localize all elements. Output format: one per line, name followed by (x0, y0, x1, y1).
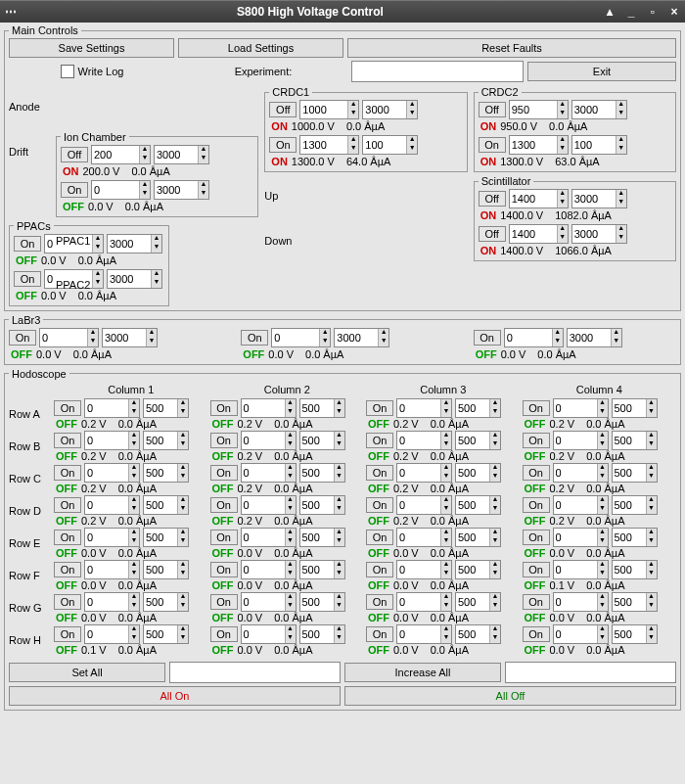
all-off-button[interactable]: All Off (344, 686, 676, 706)
spin-down-icon[interactable]: ▼ (598, 602, 608, 611)
spinner-input[interactable] (85, 626, 128, 642)
hodo-C-1-toggle[interactable]: On (54, 465, 81, 481)
spinner-input[interactable] (85, 433, 128, 448)
spin-down-icon[interactable]: ▼ (147, 338, 157, 346)
spin-down-icon[interactable]: ▼ (129, 570, 139, 578)
hodo-H-4-toggle[interactable]: On (523, 626, 550, 642)
spinner-input[interactable] (554, 626, 597, 642)
hodo-E-3-toggle[interactable]: On (366, 530, 393, 545)
spinner-input[interactable] (300, 400, 334, 416)
spin-down-icon[interactable]: ▼ (286, 473, 296, 482)
spinner-input[interactable] (568, 330, 611, 346)
ion-drift-toggle[interactable]: On (61, 182, 88, 198)
spin-down-icon[interactable]: ▼ (286, 537, 296, 546)
hodo-F-3-toggle[interactable]: On (366, 562, 393, 577)
spin-down-icon[interactable]: ▼ (441, 440, 451, 449)
set-all-button[interactable]: Set All (9, 663, 165, 682)
spinner-input[interactable] (144, 497, 177, 513)
spinner-input[interactable] (456, 433, 489, 448)
spinner-input[interactable] (144, 594, 177, 610)
spinner-input[interactable] (242, 465, 285, 481)
spinner-input[interactable] (572, 191, 616, 207)
spinner-input[interactable] (85, 400, 128, 416)
spinner-input[interactable] (397, 465, 440, 481)
spin-down-icon[interactable]: ▼ (129, 537, 139, 546)
minimize-icon[interactable]: _ (624, 5, 638, 19)
spin-down-icon[interactable]: ▼ (348, 145, 358, 154)
spinner-input[interactable] (242, 433, 285, 448)
spin-down-icon[interactable]: ▼ (286, 505, 296, 514)
spinner-input[interactable] (554, 562, 597, 577)
spinner-input[interactable] (505, 330, 552, 346)
spinner-input[interactable] (456, 594, 489, 610)
spin-down-icon[interactable]: ▼ (335, 408, 344, 417)
spin-down-icon[interactable]: ▼ (129, 473, 139, 482)
hodo-G-3-toggle[interactable]: On (366, 594, 393, 610)
spinner-input[interactable] (85, 497, 128, 513)
ion-anode-toggle[interactable]: Off (61, 147, 88, 162)
close-icon[interactable]: × (667, 5, 681, 19)
hodo-B-4-toggle[interactable]: On (523, 433, 550, 448)
scint-up-toggle[interactable]: Off (479, 191, 506, 207)
spin-down-icon[interactable]: ▼ (558, 199, 568, 208)
spinner-input[interactable] (397, 433, 440, 448)
maximize-icon[interactable]: ▫ (646, 5, 660, 19)
spin-down-icon[interactable]: ▼ (335, 570, 344, 578)
spinner-input[interactable] (85, 594, 128, 610)
spin-down-icon[interactable]: ▼ (490, 602, 500, 611)
spinner-input[interactable] (510, 226, 557, 242)
hodo-D-3-toggle[interactable]: On (366, 497, 393, 513)
spin-down-icon[interactable]: ▼ (286, 440, 296, 449)
spin-down-icon[interactable]: ▼ (407, 145, 417, 154)
spinner-input[interactable] (300, 562, 334, 577)
spin-down-icon[interactable]: ▼ (598, 537, 608, 546)
spinner-input[interactable] (613, 433, 646, 448)
spinner-input[interactable] (103, 330, 146, 346)
hodo-H-1-toggle[interactable]: On (54, 626, 81, 642)
spin-down-icon[interactable]: ▼ (647, 537, 657, 546)
spin-down-icon[interactable]: ▼ (558, 145, 568, 154)
spinner-input[interactable] (397, 530, 440, 545)
spinner-input[interactable] (613, 562, 646, 577)
spin-down-icon[interactable]: ▼ (598, 634, 608, 643)
spin-down-icon[interactable]: ▼ (441, 473, 451, 482)
spin-down-icon[interactable]: ▼ (335, 634, 344, 643)
spinner-input[interactable] (363, 102, 406, 117)
spin-down-icon[interactable]: ▼ (598, 440, 608, 449)
spin-down-icon[interactable]: ▼ (335, 473, 344, 482)
spinner-input[interactable] (300, 594, 334, 610)
rollup-icon[interactable]: ▴ (603, 5, 616, 19)
spinner-input[interactable] (613, 465, 646, 481)
experiment-input[interactable] (351, 61, 524, 82)
spin-down-icon[interactable]: ▼ (490, 570, 500, 578)
spinner-input[interactable] (456, 497, 489, 513)
crdc1-anode-toggle[interactable]: Off (269, 102, 297, 117)
spinner-input[interactable] (613, 626, 646, 642)
spin-down-icon[interactable]: ▼ (286, 570, 296, 578)
spinner-input[interactable] (40, 330, 87, 346)
spin-down-icon[interactable]: ▼ (598, 473, 608, 482)
spinner-input[interactable] (155, 182, 198, 198)
spin-down-icon[interactable]: ▼ (647, 505, 657, 514)
spinner-input[interactable] (144, 465, 177, 481)
spinner-input[interactable] (510, 137, 557, 153)
spinner-input[interactable] (242, 594, 285, 610)
spinner-input[interactable] (85, 562, 128, 577)
spinner-input[interactable] (613, 497, 646, 513)
spin-down-icon[interactable]: ▼ (286, 602, 296, 611)
spinner-input[interactable] (554, 497, 597, 513)
spin-down-icon[interactable]: ▼ (616, 145, 626, 154)
spin-down-icon[interactable]: ▼ (140, 190, 150, 199)
spin-down-icon[interactable]: ▼ (178, 440, 188, 449)
spin-down-icon[interactable]: ▼ (441, 634, 451, 643)
hodo-D-1-toggle[interactable]: On (54, 497, 81, 513)
spin-down-icon[interactable]: ▼ (612, 338, 621, 346)
spin-down-icon[interactable]: ▼ (441, 505, 451, 514)
spin-down-icon[interactable]: ▼ (178, 570, 188, 578)
crdc2-drift-toggle[interactable]: On (479, 137, 506, 153)
spinner-input[interactable] (397, 497, 440, 513)
increase-all-input[interactable] (505, 662, 676, 683)
spinner-input[interactable] (554, 400, 597, 416)
spinner-input[interactable] (92, 182, 139, 198)
spin-down-icon[interactable]: ▼ (286, 408, 296, 417)
